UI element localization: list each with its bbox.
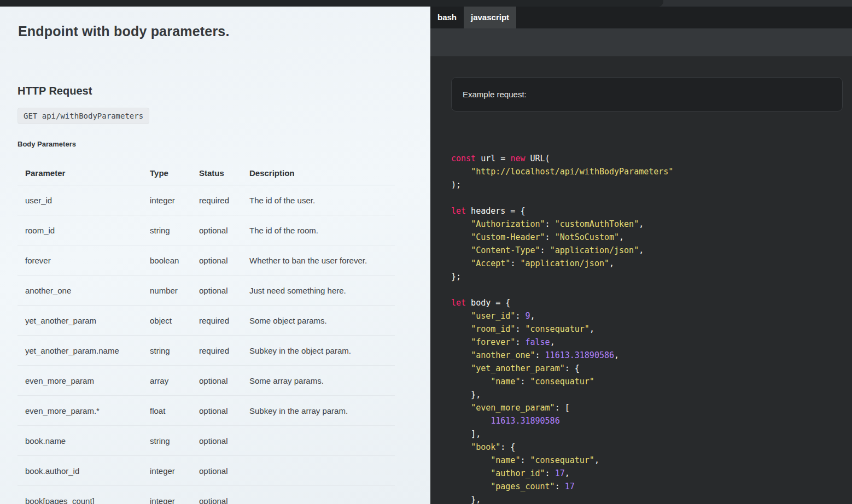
code-line: 11613.31890586 <box>451 414 673 427</box>
code-block: const url = new URL( "http://localhost/a… <box>451 152 673 504</box>
table-row: yet_another_param.namestringrequiredSubk… <box>17 336 395 366</box>
code-line: "Authorization": "customAuthToken", <box>451 218 673 231</box>
table-cell: required <box>199 336 249 366</box>
column-header: Parameter <box>17 162 150 185</box>
top-strip <box>0 0 852 7</box>
column-header: Description <box>249 162 395 185</box>
code-line: "Custom-Header": "NotSoCustom", <box>451 231 673 244</box>
body-parameters-label: Body Parameters <box>17 140 76 148</box>
table-cell: optional <box>199 245 249 276</box>
table-cell: Whether to ban the user forever. <box>249 245 395 276</box>
table-cell: number <box>150 276 199 306</box>
table-cell: forever <box>17 245 150 276</box>
table-cell: integer <box>150 486 199 504</box>
table-cell: boolean <box>150 245 199 276</box>
table-row: room_idstringoptionalThe id of the room. <box>17 215 395 245</box>
table-cell: Just need something here. <box>249 276 395 306</box>
code-line: let headers = { <box>451 204 673 218</box>
code-line: "name": "consequatur" <box>451 375 673 388</box>
example-request-box: Example request: <box>451 77 843 112</box>
table-cell: Subkey in the array param. <box>249 396 395 426</box>
code-line: ); <box>451 178 673 191</box>
table-cell: Subkey in the object param. <box>249 336 395 366</box>
table-cell: array <box>150 366 199 396</box>
table-row: foreverbooleanoptionalWhether to ban the… <box>17 245 395 276</box>
code-line: "another_one": 11613.31890586, <box>451 349 673 362</box>
table-cell: another_one <box>17 276 150 306</box>
code-line: ], <box>451 427 673 441</box>
table-cell: optional <box>199 426 249 456</box>
table-cell: required <box>199 185 249 215</box>
code-line: "Accept": "application/json", <box>451 257 673 270</box>
table-cell: optional <box>199 396 249 426</box>
page-title: Endpoint with body parameters. <box>18 24 230 39</box>
docs-panel: Endpoint with body parameters. HTTP Requ… <box>0 7 430 504</box>
example-request-label: Example request: <box>463 90 527 99</box>
code-line: "name": "consequatur", <box>451 454 673 467</box>
table-cell: yet_another_param.name <box>17 336 150 366</box>
table-cell: string <box>150 336 199 366</box>
code-line <box>451 283 673 296</box>
table-cell: The id of the user. <box>249 185 395 215</box>
table-cell: string <box>150 215 199 245</box>
code-examples-panel: bashjavascript Example request: const ur… <box>430 7 852 504</box>
table-cell: optional <box>199 215 249 245</box>
table-cell <box>249 456 395 486</box>
tab-javascript[interactable]: javascript <box>464 7 516 28</box>
code-line <box>451 191 673 204</box>
table-row: user_idintegerrequiredThe id of the user… <box>17 185 395 215</box>
scrolled-code-block-edge <box>0 0 663 7</box>
column-header: Type <box>150 162 199 185</box>
endpoint-badge: GET api/withBodyParameters <box>17 108 149 124</box>
http-request-heading: HTTP Request <box>17 85 92 97</box>
table-cell: integer <box>150 456 199 486</box>
code-line: }; <box>451 270 673 283</box>
table-cell: string <box>150 426 199 456</box>
table-header-row: ParameterTypeStatusDescription <box>17 162 395 185</box>
table-cell: even_more_param.* <box>17 396 150 426</box>
code-line: "author_id": 17, <box>451 467 673 480</box>
table-cell: integer <box>150 185 199 215</box>
code-line: "yet_another_param": { <box>451 362 673 375</box>
code-line: "user_id": 9, <box>451 309 673 323</box>
table-cell <box>249 486 395 504</box>
table-cell: Some array params. <box>249 366 395 396</box>
table-cell: required <box>199 306 249 336</box>
table-row: book.author_idintegeroptional <box>17 456 395 486</box>
table-cell: optional <box>199 486 249 504</box>
table-cell: book[pages_count] <box>17 486 150 504</box>
code-line: "pages_count": 17 <box>451 480 673 493</box>
table-cell: optional <box>199 456 249 486</box>
table-row: even_more_param.*floatoptionalSubkey in … <box>17 396 395 426</box>
table-cell <box>249 426 395 456</box>
table-row: yet_another_paramobjectrequiredSome obje… <box>17 306 395 336</box>
code-line: "forever": false, <box>451 336 673 349</box>
code-line: }, <box>451 493 673 504</box>
code-line: "even_more_param": [ <box>451 401 673 414</box>
table-cell: book.author_id <box>17 456 150 486</box>
code-line: "Content-Type": "application/json", <box>451 244 673 257</box>
tab-bash[interactable]: bash <box>430 7 464 28</box>
table-cell: optional <box>199 276 249 306</box>
parameters-table: ParameterTypeStatusDescription user_idin… <box>17 162 395 504</box>
table-cell: object <box>150 306 199 336</box>
column-header: Status <box>199 162 249 185</box>
table-row: even_more_paramarrayoptionalSome array p… <box>17 366 395 396</box>
table-cell: float <box>150 396 199 426</box>
code-line: let body = { <box>451 296 673 309</box>
table-row: another_onenumberoptionalJust need somet… <box>17 276 395 306</box>
lang-tab-bar: bashjavascript <box>430 7 852 28</box>
table-cell: even_more_param <box>17 366 150 396</box>
table-cell: Some object params. <box>249 306 395 336</box>
code-line: "room_id": "consequatur", <box>451 323 673 336</box>
table-cell: book.name <box>17 426 150 456</box>
table-cell: The id of the room. <box>249 215 395 245</box>
code-line: "book": { <box>451 441 673 454</box>
tab-bar-spacer <box>430 28 852 56</box>
table-cell: yet_another_param <box>17 306 150 336</box>
table-row: book[pages_count]integeroptional <box>17 486 395 504</box>
table-cell: room_id <box>17 215 150 245</box>
table-row: book.namestringoptional <box>17 426 395 456</box>
table-cell: user_id <box>17 185 150 215</box>
code-line: const url = new URL( <box>451 152 673 165</box>
